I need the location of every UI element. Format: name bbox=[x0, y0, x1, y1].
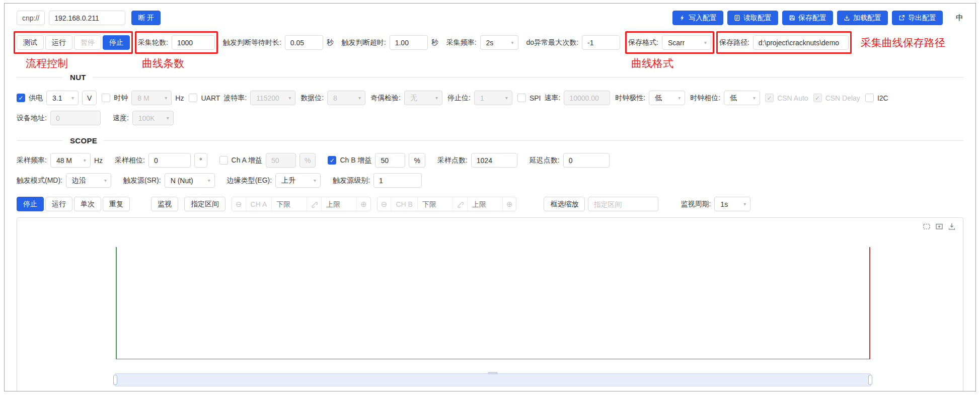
datazoom-slider[interactable] bbox=[115, 373, 871, 386]
language-toggle[interactable]: 中 bbox=[956, 13, 963, 23]
ch-b-gain-label[interactable]: Ch B 增益 bbox=[340, 156, 371, 165]
rounds-input[interactable] bbox=[172, 35, 215, 50]
do-max-errors-input[interactable] bbox=[582, 35, 620, 50]
monitor-period-select[interactable]: 1s ▾ bbox=[714, 197, 750, 211]
trigger-wait-label: 触发判断等待时长: bbox=[223, 38, 281, 47]
csn-delay-field: ✓ CSN Delay bbox=[813, 94, 860, 102]
cpol-select[interactable]: 低 ▾ bbox=[649, 91, 685, 105]
chevron-down-icon: ▾ bbox=[435, 96, 438, 101]
clock-label[interactable]: 时钟 bbox=[114, 94, 128, 103]
edge-type-select[interactable]: 上升 ▾ bbox=[275, 173, 321, 188]
stop-button[interactable]: 停止 bbox=[103, 35, 130, 50]
trigger-source-select[interactable]: N (Nut) ▾ bbox=[165, 173, 215, 188]
save-path-input[interactable] bbox=[753, 35, 849, 50]
export-config-label: 导出配置 bbox=[908, 14, 936, 23]
disconnect-button[interactable]: 断 开 bbox=[131, 11, 161, 25]
scope-run-button[interactable]: 运行 bbox=[45, 197, 72, 211]
select-value: 3.1 bbox=[52, 94, 62, 102]
run-button[interactable]: 运行 bbox=[45, 35, 72, 50]
spi-checkbox[interactable]: ✓ bbox=[517, 94, 526, 102]
nut-section-title: NUT bbox=[70, 73, 86, 82]
chevron-down-icon: ▾ bbox=[71, 96, 74, 101]
i2c-checkbox[interactable]: ✓ bbox=[865, 94, 874, 102]
scope-repeat-button[interactable]: 重复 bbox=[103, 197, 130, 211]
trace-start-edge bbox=[116, 247, 117, 359]
read-config-icon bbox=[734, 15, 740, 21]
chevron-down-icon: ▾ bbox=[314, 178, 316, 183]
ch-b-gain-input[interactable] bbox=[375, 153, 405, 168]
power-label[interactable]: 供电 bbox=[29, 94, 43, 103]
read-config-button[interactable]: 读取配置 bbox=[727, 11, 778, 25]
trigger-mode-select[interactable]: 边沿 ▾ bbox=[66, 173, 111, 188]
ch-b-group-label: CH B bbox=[391, 197, 417, 211]
ch-b-increase-icon: ⊕ bbox=[502, 197, 516, 211]
sample-points-input[interactable] bbox=[471, 153, 517, 168]
delay-points-input[interactable] bbox=[563, 153, 610, 168]
select-value: Scarr bbox=[668, 39, 685, 47]
scope-single-button[interactable]: 单次 bbox=[74, 197, 101, 211]
parity-select: 无 ▾ bbox=[404, 91, 442, 105]
sample-phase-field: 采样相位: ° bbox=[115, 153, 207, 168]
box-zoom-button[interactable]: 框选缩放 bbox=[544, 197, 585, 211]
save-config-icon bbox=[789, 15, 795, 21]
csn-auto-checkbox: ✓ bbox=[765, 94, 774, 102]
uart-label[interactable]: UART bbox=[201, 94, 220, 102]
load-config-icon bbox=[844, 15, 850, 21]
ch-a-decrease-icon: ⊖ bbox=[232, 197, 246, 211]
sample-phase-input[interactable] bbox=[148, 153, 191, 168]
trigger-level-input[interactable] bbox=[373, 173, 422, 188]
cpha-select[interactable]: 低 ▾ bbox=[724, 91, 760, 105]
datazoom-right-handle[interactable] bbox=[868, 375, 872, 385]
chevron-down-icon: ▾ bbox=[208, 178, 210, 183]
export-config-button[interactable]: 导出配置 bbox=[892, 11, 943, 25]
scope-row-2: 触发模式(MD): 边沿 ▾ 触发源(SR): N (Nut) ▾ 边缘类型(E… bbox=[17, 173, 963, 188]
acq-freq-select[interactable]: 2s ▾ bbox=[480, 35, 518, 50]
i2c-speed-select: 100K ▾ bbox=[132, 111, 174, 125]
ip-address-input[interactable] bbox=[49, 11, 125, 25]
trigger-timeout-input[interactable] bbox=[390, 35, 428, 50]
save-config-button[interactable]: 保存配置 bbox=[782, 11, 833, 25]
trigger-wait-field: 触发判断等待时长: 秒 bbox=[223, 35, 334, 50]
select-value: 上升 bbox=[281, 176, 295, 185]
chevron-down-icon: ▾ bbox=[678, 96, 681, 101]
sample-freq-select[interactable]: 48 M ▾ bbox=[50, 153, 91, 168]
ch-a-range-group: ⊖ CH A ⊕ bbox=[232, 197, 371, 211]
power-field: ✓ 供电 3.1 ▾ V bbox=[17, 91, 97, 105]
power-voltage-select[interactable]: 3.1 ▾ bbox=[46, 91, 79, 105]
i2c-label[interactable]: I2C bbox=[877, 94, 888, 102]
trigger-timeout-unit: 秒 bbox=[431, 38, 438, 47]
trigger-wait-unit: 秒 bbox=[327, 38, 334, 47]
datazoom-left-handle[interactable] bbox=[113, 375, 117, 385]
ch-b-gain-checkbox[interactable]: ✓ bbox=[328, 156, 336, 165]
trigger-wait-input[interactable] bbox=[285, 35, 323, 50]
page-frame: cnp:// 断 开 写入配置 读取配置 保存配置 加载配置 导出配置 中 测 bbox=[0, 0, 980, 395]
uart-checkbox[interactable]: ✓ bbox=[189, 94, 197, 102]
datazoom-move-handle[interactable] bbox=[488, 372, 498, 374]
box-select-tool[interactable] bbox=[923, 222, 931, 230]
range-button[interactable]: 指定区间 bbox=[184, 197, 225, 211]
chevron-down-icon: ▾ bbox=[84, 158, 86, 163]
ch-a-increase-icon: ⊕ bbox=[356, 197, 370, 211]
delay-points-field: 延迟点数: bbox=[530, 153, 610, 168]
select-value: 边沿 bbox=[72, 176, 86, 185]
ch-a-gain-label[interactable]: Ch A 增益 bbox=[232, 156, 262, 165]
scope-section-title: SCOPE bbox=[70, 136, 97, 145]
spi-label[interactable]: SPI bbox=[530, 94, 541, 102]
ch-a-gain-checkbox[interactable]: ✓ bbox=[219, 156, 228, 165]
trigger-timeout-field: 触发判断超时: 秒 bbox=[342, 35, 438, 50]
monitor-button[interactable]: 监视 bbox=[151, 197, 178, 211]
write-config-button[interactable]: 写入配置 bbox=[672, 11, 723, 25]
power-checkbox[interactable]: ✓ bbox=[17, 94, 25, 102]
range-input[interactable] bbox=[588, 197, 658, 211]
zoom-reset-icon bbox=[935, 222, 943, 230]
do-max-errors-field: do异常最大次数: bbox=[526, 35, 620, 50]
select-value: 48 M bbox=[56, 156, 72, 165]
clock-checkbox[interactable]: ✓ bbox=[102, 94, 110, 102]
download-tool[interactable] bbox=[948, 222, 956, 230]
ch-b-decrease-icon: ⊖ bbox=[378, 197, 391, 211]
load-config-button[interactable]: 加载配置 bbox=[837, 11, 888, 25]
save-format-select[interactable]: Scarr ▾ bbox=[662, 35, 711, 50]
scope-stop-button[interactable]: 停止 bbox=[17, 197, 44, 211]
test-button[interactable]: 测试 bbox=[17, 35, 44, 50]
zoom-reset-tool[interactable] bbox=[935, 222, 943, 230]
